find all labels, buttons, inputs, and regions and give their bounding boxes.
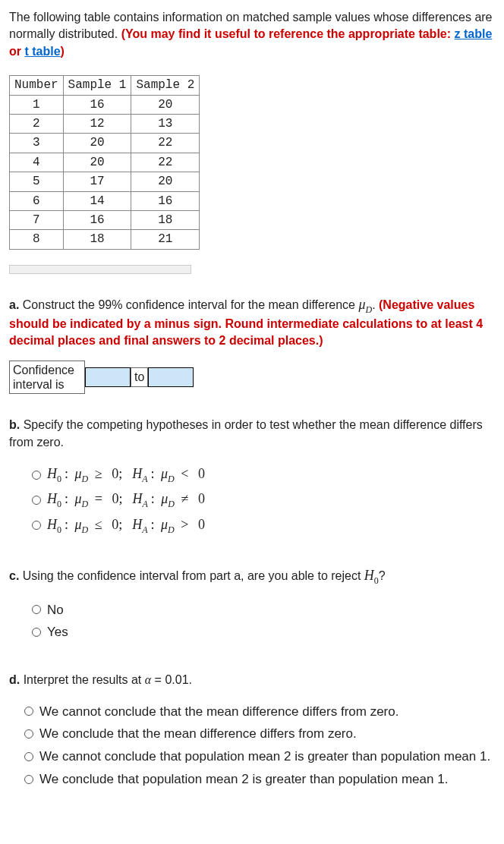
part-b-options: H0: μD ≥ 0; HA: μD < 0 H0: μD = 0; HA: μ… [32,465,495,536]
part-c-question: c. Using the confidence interval from pa… [9,566,495,587]
ci-label: Confidence interval is [9,361,85,394]
table-row: 71618 [10,210,200,229]
interpretation-option[interactable]: We cannot conclude that population mean … [24,748,495,766]
part-b-question: b. Specify the competing hypotheses in o… [9,417,495,451]
ci-to-label: to [131,367,148,387]
part-d-options: We cannot conclude that the mean differe… [24,703,495,789]
intro-text: The following table contains information… [9,9,495,60]
z-table-link[interactable]: z table [455,27,493,40]
table-row: 42022 [10,153,200,172]
radio-icon[interactable] [24,707,33,716]
interpretation-option[interactable]: We conclude that population mean 2 is gr… [24,770,495,789]
radio-icon[interactable] [24,752,33,761]
ci-lower-input[interactable] [85,367,131,387]
table-row: 32022 [10,134,200,153]
interpretation-option[interactable]: We cannot conclude that the mean differe… [24,703,495,721]
hypothesis-option[interactable]: H0: μD ≥ 0; HA: μD < 0 [32,465,495,485]
t-table-link[interactable]: t table [24,45,60,58]
col-sample2: Sample 2 [131,76,200,95]
part-d-question: d. Interpret the results at α = 0.01. [9,672,495,688]
table-row: 51720 [10,172,200,191]
option-no[interactable]: No [32,601,495,619]
interpretation-option[interactable]: We conclude that the mean difference dif… [24,725,495,743]
confidence-interval-row: Confidence interval is to [9,361,495,394]
option-yes[interactable]: Yes [32,623,495,641]
hypothesis-option[interactable]: H0: μD ≤ 0; HA: μD > 0 [32,515,495,536]
col-sample1: Sample 1 [63,76,131,95]
ci-upper-input[interactable] [148,367,194,387]
part-a-question: a. Construct the 99% confidence interval… [9,295,495,350]
hypothesis-option[interactable]: H0: μD = 0; HA: μD ≠ 0 [32,490,495,510]
radio-icon[interactable] [24,729,33,738]
radio-icon[interactable] [32,521,41,530]
radio-icon[interactable] [32,605,41,614]
part-c-options: No Yes [32,601,495,642]
radio-icon[interactable] [32,496,41,505]
radio-icon[interactable] [32,471,41,480]
col-number: Number [10,76,64,95]
table-row: 81821 [10,230,200,249]
sample-data-table: Number Sample 1 Sample 2 11620 21213 320… [9,75,200,250]
table-row: 11620 [10,95,200,114]
table-row: 61416 [10,191,200,210]
table-scrollbar[interactable] [9,265,191,274]
radio-icon[interactable] [24,775,33,784]
table-row: 21213 [10,114,200,133]
radio-icon[interactable] [32,628,41,637]
